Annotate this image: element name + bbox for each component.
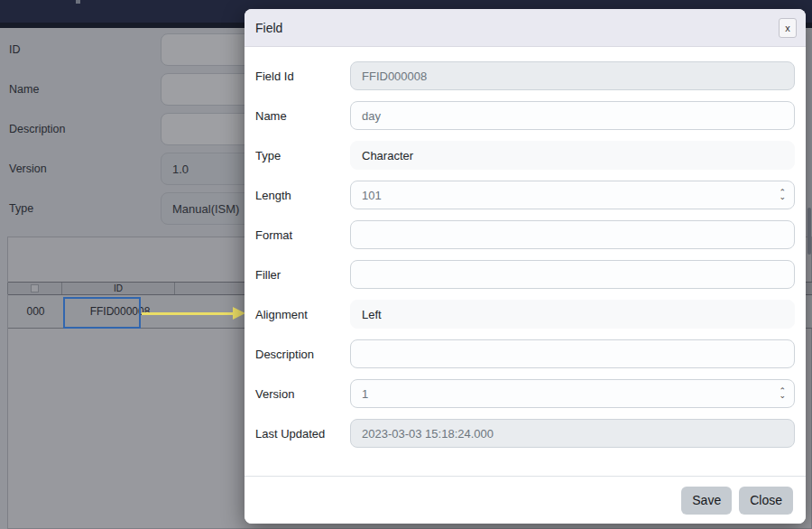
field-row-name: Name day — [255, 101, 795, 130]
alignment-value: Left — [350, 300, 795, 329]
annotation-arrow-head-icon — [233, 307, 245, 320]
field-row-last-updated: Last Updated 2023-03-03 15:18:24.000 — [255, 419, 795, 448]
field-row-alignment: Alignment Left — [255, 300, 795, 329]
version-value: 1 — [362, 387, 368, 401]
version-label: Version — [255, 387, 350, 401]
number-spinner-icon[interactable]: ⌃⌄ — [779, 389, 786, 398]
field-row-length: Length 101 ⌃⌄ — [255, 181, 795, 209]
length-value: 101 — [362, 189, 382, 202]
screen: ID Name Description Version Type 1.0 Man… — [0, 0, 812, 529]
description-input[interactable] — [350, 339, 795, 368]
filler-label: Filler — [255, 268, 350, 282]
field-row-field-id: Field Id FFID000008 — [255, 61, 795, 90]
annotation-arrow — [142, 312, 234, 315]
field-row-description: Description — [255, 339, 795, 368]
close-icon[interactable]: x — [779, 18, 797, 38]
type-label: Type — [255, 149, 350, 162]
version-input[interactable]: 1 ⌃⌄ — [350, 379, 795, 408]
name-label: Name — [255, 109, 350, 123]
format-label: Format — [255, 228, 350, 242]
filler-input[interactable] — [350, 260, 795, 289]
modal-header: Field x — [245, 9, 806, 47]
annotation-selection-box — [63, 297, 141, 329]
field-row-version: Version 1 ⌃⌄ — [255, 379, 795, 408]
modal-body: Field Id FFID000008 Name day Type Charac… — [245, 47, 806, 448]
close-button[interactable]: Close — [739, 487, 793, 515]
length-label: Length — [255, 189, 350, 202]
field-row-filler: Filler — [255, 260, 795, 289]
description-label: Description — [255, 348, 350, 361]
field-modal: Field x Field Id FFID000008 Name day Typ… — [245, 9, 806, 524]
number-spinner-icon[interactable]: ⌃⌄ — [779, 190, 786, 200]
format-input[interactable] — [350, 220, 795, 249]
page-scrollbar[interactable] — [807, 208, 811, 255]
modal-footer: Save Close — [245, 476, 806, 524]
alignment-label: Alignment — [255, 308, 350, 321]
field-row-type: Type Character — [255, 141, 795, 170]
name-input[interactable]: day — [350, 101, 795, 130]
length-input[interactable]: 101 ⌃⌄ — [350, 181, 795, 209]
save-button[interactable]: Save — [681, 487, 732, 515]
modal-title: Field — [255, 21, 282, 35]
last-updated-label: Last Updated — [255, 427, 350, 441]
last-updated-input: 2023-03-03 15:18:24.000 — [350, 419, 795, 448]
field-id-input: FFID000008 — [350, 61, 795, 90]
type-value: Character — [350, 141, 795, 170]
field-id-label: Field Id — [255, 70, 350, 83]
field-row-format: Format — [255, 220, 795, 249]
